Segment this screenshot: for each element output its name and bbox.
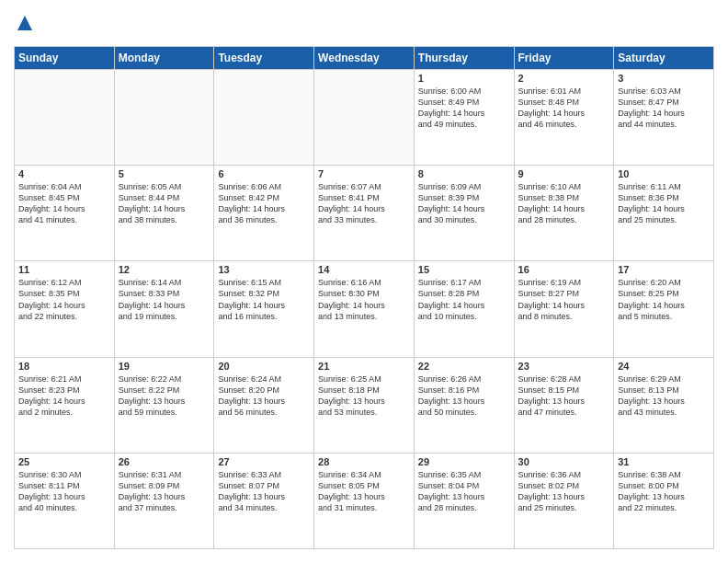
day-info: Sunrise: 6:28 AM Sunset: 8:15 PM Dayligh… [518,373,610,419]
calendar-cell: 6Sunrise: 6:06 AM Sunset: 8:42 PM Daylig… [214,166,314,261]
day-info: Sunrise: 6:14 AM Sunset: 8:33 PM Dayligh… [119,277,210,322]
day-number: 3 [618,73,710,84]
calendar-cell: 27Sunrise: 6:33 AM Sunset: 8:07 PM Dayli… [214,453,314,548]
day-number: 10 [618,168,710,179]
day-info: Sunrise: 6:36 AM Sunset: 8:02 PM Dayligh… [518,469,610,514]
day-number: 16 [518,264,610,275]
calendar-cell: 8Sunrise: 6:09 AM Sunset: 8:39 PM Daylig… [414,166,514,261]
week-row-4: 25Sunrise: 6:30 AM Sunset: 8:11 PM Dayli… [15,453,714,548]
day-info: Sunrise: 6:04 AM Sunset: 8:45 PM Dayligh… [18,181,110,226]
calendar-cell: 26Sunrise: 6:31 AM Sunset: 8:09 PM Dayli… [114,453,214,548]
day-number: 14 [318,264,410,275]
day-number: 13 [218,264,310,275]
weekday-header-row: SundayMondayTuesdayWednesdayThursdayFrid… [15,46,714,69]
day-number: 2 [518,73,610,84]
day-number: 12 [119,264,210,275]
calendar-cell: 24Sunrise: 6:29 AM Sunset: 8:13 PM Dayli… [614,357,714,453]
day-info: Sunrise: 6:22 AM Sunset: 8:22 PM Dayligh… [119,373,210,419]
day-number: 22 [418,361,510,372]
calendar-cell: 18Sunrise: 6:21 AM Sunset: 8:23 PM Dayli… [15,357,115,453]
weekday-thursday: Thursday [414,46,514,69]
calendar-cell: 31Sunrise: 6:38 AM Sunset: 8:00 PM Dayli… [614,453,714,548]
calendar-cell: 12Sunrise: 6:14 AM Sunset: 8:33 PM Dayli… [114,261,214,357]
day-number: 28 [318,456,410,467]
day-number: 1 [418,73,510,84]
weekday-tuesday: Tuesday [214,46,314,69]
day-number: 8 [418,168,510,179]
day-info: Sunrise: 6:31 AM Sunset: 8:09 PM Dayligh… [119,469,210,514]
calendar-cell: 22Sunrise: 6:26 AM Sunset: 8:16 PM Dayli… [414,357,514,453]
calendar-cell [15,69,115,165]
weekday-wednesday: Wednesday [314,46,415,69]
day-number: 20 [218,361,310,372]
calendar-cell: 3Sunrise: 6:03 AM Sunset: 8:47 PM Daylig… [614,69,714,165]
day-info: Sunrise: 6:34 AM Sunset: 8:05 PM Dayligh… [318,469,410,514]
day-info: Sunrise: 6:06 AM Sunset: 8:42 PM Dayligh… [218,181,310,226]
header [14,14,714,37]
calendar-cell: 25Sunrise: 6:30 AM Sunset: 8:11 PM Dayli… [15,453,115,548]
calendar-cell: 20Sunrise: 6:24 AM Sunset: 8:20 PM Dayli… [214,357,314,453]
day-info: Sunrise: 6:12 AM Sunset: 8:35 PM Dayligh… [18,277,110,322]
day-number: 6 [218,168,310,179]
calendar-cell: 23Sunrise: 6:28 AM Sunset: 8:15 PM Dayli… [514,357,614,453]
calendar-cell: 15Sunrise: 6:17 AM Sunset: 8:28 PM Dayli… [414,261,514,357]
day-info: Sunrise: 6:17 AM Sunset: 8:28 PM Dayligh… [418,277,510,322]
day-info: Sunrise: 6:10 AM Sunset: 8:38 PM Dayligh… [518,181,610,226]
day-info: Sunrise: 6:33 AM Sunset: 8:07 PM Dayligh… [218,469,310,514]
week-row-2: 11Sunrise: 6:12 AM Sunset: 8:35 PM Dayli… [15,261,714,357]
day-info: Sunrise: 6:11 AM Sunset: 8:36 PM Dayligh… [618,181,710,226]
day-info: Sunrise: 6:24 AM Sunset: 8:20 PM Dayligh… [218,373,310,419]
day-number: 4 [18,168,110,179]
calendar-cell: 7Sunrise: 6:07 AM Sunset: 8:41 PM Daylig… [314,166,415,261]
calendar-cell: 16Sunrise: 6:19 AM Sunset: 8:27 PM Dayli… [514,261,614,357]
calendar-cell: 17Sunrise: 6:20 AM Sunset: 8:25 PM Dayli… [614,261,714,357]
day-info: Sunrise: 6:09 AM Sunset: 8:39 PM Dayligh… [418,181,510,226]
calendar-cell: 21Sunrise: 6:25 AM Sunset: 8:18 PM Dayli… [314,357,415,453]
week-row-1: 4Sunrise: 6:04 AM Sunset: 8:45 PM Daylig… [15,166,714,261]
day-info: Sunrise: 6:00 AM Sunset: 8:49 PM Dayligh… [418,86,510,131]
day-number: 18 [18,361,110,372]
calendar-cell: 30Sunrise: 6:36 AM Sunset: 8:02 PM Dayli… [514,453,614,548]
day-number: 15 [418,264,510,275]
calendar-cell: 9Sunrise: 6:10 AM Sunset: 8:38 PM Daylig… [514,166,614,261]
logo [14,14,36,37]
week-row-3: 18Sunrise: 6:21 AM Sunset: 8:23 PM Dayli… [15,357,714,453]
day-info: Sunrise: 6:29 AM Sunset: 8:13 PM Dayligh… [618,373,710,419]
day-number: 29 [418,456,510,467]
day-info: Sunrise: 6:19 AM Sunset: 8:27 PM Dayligh… [518,277,610,322]
calendar-cell: 29Sunrise: 6:35 AM Sunset: 8:04 PM Dayli… [414,453,514,548]
day-number: 23 [518,361,610,372]
page: SundayMondayTuesdayWednesdayThursdayFrid… [0,0,728,563]
day-number: 5 [119,168,210,179]
calendar-cell: 13Sunrise: 6:15 AM Sunset: 8:32 PM Dayli… [214,261,314,357]
day-info: Sunrise: 6:15 AM Sunset: 8:32 PM Dayligh… [218,277,310,322]
calendar-cell: 5Sunrise: 6:05 AM Sunset: 8:44 PM Daylig… [114,166,214,261]
day-info: Sunrise: 6:38 AM Sunset: 8:00 PM Dayligh… [618,469,710,514]
week-row-0: 1Sunrise: 6:00 AM Sunset: 8:49 PM Daylig… [15,69,714,165]
day-info: Sunrise: 6:20 AM Sunset: 8:25 PM Dayligh… [618,277,710,322]
calendar-cell: 11Sunrise: 6:12 AM Sunset: 8:35 PM Dayli… [15,261,115,357]
day-number: 30 [518,456,610,467]
calendar-cell: 14Sunrise: 6:16 AM Sunset: 8:30 PM Dayli… [314,261,415,357]
day-info: Sunrise: 6:03 AM Sunset: 8:47 PM Dayligh… [618,86,710,131]
weekday-saturday: Saturday [614,46,714,69]
day-number: 25 [18,456,110,467]
day-info: Sunrise: 6:30 AM Sunset: 8:11 PM Dayligh… [18,469,110,514]
calendar-cell: 28Sunrise: 6:34 AM Sunset: 8:05 PM Dayli… [314,453,415,548]
calendar-cell [214,69,314,165]
day-number: 21 [318,361,410,372]
day-number: 27 [218,456,310,467]
day-info: Sunrise: 6:01 AM Sunset: 8:48 PM Dayligh… [518,86,610,131]
day-info: Sunrise: 6:26 AM Sunset: 8:16 PM Dayligh… [418,373,510,419]
calendar-cell: 2Sunrise: 6:01 AM Sunset: 8:48 PM Daylig… [514,69,614,165]
day-number: 11 [18,264,110,275]
weekday-sunday: Sunday [15,46,115,69]
logo-icon [16,14,34,32]
day-number: 26 [119,456,210,467]
calendar-cell [314,69,415,165]
day-info: Sunrise: 6:05 AM Sunset: 8:44 PM Dayligh… [119,181,210,226]
day-info: Sunrise: 6:25 AM Sunset: 8:18 PM Dayligh… [318,373,410,419]
calendar-cell [114,69,214,165]
day-number: 17 [618,264,710,275]
weekday-monday: Monday [114,46,214,69]
